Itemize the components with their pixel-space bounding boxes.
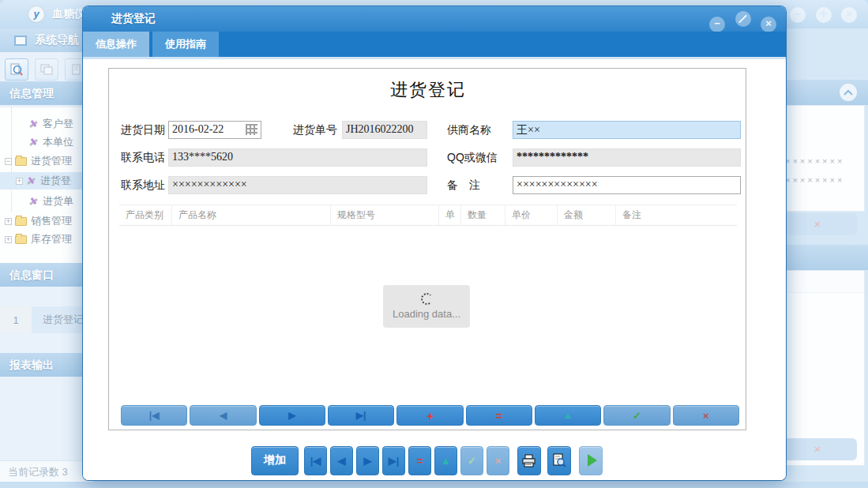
col-product-name[interactable]: 产品名称: [171, 205, 330, 225]
run-button[interactable]: [579, 446, 603, 475]
play-icon: [588, 454, 597, 467]
tab-user-guide[interactable]: 使用指南: [152, 32, 219, 57]
folder-icon: [15, 235, 27, 244]
tree-item-purchase-register[interactable]: + 进货登: [0, 172, 93, 190]
close-panel-button-2[interactable]: ×: [778, 438, 857, 460]
cancel-button[interactable]: ▲: [434, 446, 457, 475]
supplier-input[interactable]: 王××: [513, 121, 741, 139]
order-no-label: 进货单号: [293, 123, 337, 137]
background-right-panel: ×××××××× ×××××××× × ×: [783, 28, 868, 482]
tool-icon: [26, 176, 36, 186]
expand-icon[interactable]: +: [5, 236, 12, 243]
remark-input[interactable]: ×××××××××××××: [513, 176, 741, 194]
add-button[interactable]: 增加: [251, 446, 299, 475]
col-unit-price[interactable]: 单价: [505, 205, 557, 225]
dialog-window-controls: − ×: [703, 11, 776, 32]
col-product-category[interactable]: 产品类别: [119, 205, 171, 225]
section-report-output[interactable]: 报表输出: [0, 353, 93, 377]
search-icon: [9, 62, 24, 77]
calendar-icon[interactable]: [246, 124, 257, 135]
right-panel-header-1: [783, 80, 868, 105]
phone-input: 133****5620: [168, 148, 427, 167]
chevron-up-icon: [844, 89, 853, 96]
tree-item-purchase-mgmt[interactable]: − 进货管理: [0, 152, 93, 170]
maximize-icon[interactable]: ✛: [816, 7, 832, 23]
qq-wechat-label: QQ或微信: [447, 151, 498, 165]
app-logo: y: [28, 6, 44, 22]
section-info-window[interactable]: 信息窗口: [0, 263, 93, 287]
print-preview-icon: [552, 453, 566, 467]
form-title: 进货登记: [109, 78, 747, 102]
restore-icon[interactable]: [735, 11, 751, 27]
window-list-button[interactable]: [35, 58, 58, 81]
col-unit[interactable]: 单: [438, 205, 460, 225]
last-record-button[interactable]: ▶|: [328, 405, 394, 426]
form-panel: 进货登记 进货日期 2016-02-22 进货单号 JH2016022200 供…: [108, 68, 746, 430]
tab-info-operation[interactable]: 信息操作: [83, 32, 149, 57]
tool-icon: [28, 119, 39, 130]
loading-overlay: Loading data...: [383, 285, 470, 328]
tree-item-customer[interactable]: 客户登: [0, 115, 93, 133]
window-list-row[interactable]: 1 进货登记: [0, 306, 93, 333]
right-panel-header-2: [783, 245, 868, 270]
print-button[interactable]: [517, 446, 541, 475]
cancel-edit-button[interactable]: ▲: [535, 405, 601, 426]
system-nav-header[interactable]: 系统导航: [0, 28, 93, 52]
expand-icon[interactable]: +: [5, 218, 12, 225]
loading-spinner-icon: [421, 293, 433, 305]
collapse-panel-button[interactable]: [840, 84, 857, 101]
qq-wechat-input: *************: [513, 148, 741, 167]
tree-item-stock-mgmt[interactable]: + 库存管理: [0, 231, 93, 248]
col-amount[interactable]: 金额: [557, 205, 615, 225]
search-button[interactable]: [5, 58, 28, 81]
confirm-button[interactable]: ✓: [460, 446, 483, 475]
sidebar-toolbar: [0, 55, 93, 84]
tree-item-purchase-order[interactable]: 进货单: [0, 193, 93, 210]
post-record-button[interactable]: ✓: [603, 405, 670, 426]
prev-record-button[interactable]: ◀: [190, 405, 256, 426]
col-quantity[interactable]: 数量: [460, 205, 505, 225]
tree-item-label: 本单位: [43, 135, 73, 149]
insert-record-button[interactable]: +: [396, 405, 463, 426]
col-spec-model[interactable]: 规格型号: [330, 205, 438, 225]
document-icon: [71, 64, 82, 76]
col-remark[interactable]: 备注: [615, 205, 737, 225]
background-window-controls: − ✛ ×: [783, 6, 857, 23]
dialog-title: 进货登记: [111, 12, 156, 26]
edit-record-button[interactable]: =: [466, 405, 532, 426]
minimize-icon[interactable]: −: [790, 7, 806, 23]
print-preview-button[interactable]: [547, 446, 571, 475]
tree-item-own-unit[interactable]: 本单位: [0, 133, 93, 151]
section-info-management[interactable]: 信息管理: [0, 81, 93, 105]
bottom-toolbar: 增加 |◀ ◀ ▶ ▶| = ▲ ✓ ×: [83, 445, 786, 475]
delete-record-button[interactable]: ×: [673, 405, 739, 426]
close-panel-button[interactable]: ×: [778, 213, 857, 235]
prev-button[interactable]: ◀: [330, 446, 353, 475]
right-panel-card-1: ×××××××× ××××××××: [783, 105, 865, 212]
collapse-icon[interactable]: −: [5, 158, 12, 165]
expand-icon[interactable]: +: [16, 178, 23, 185]
system-nav-label: 系统导航: [35, 33, 79, 47]
first-record-button[interactable]: |◀: [121, 405, 187, 426]
address-label: 联系地址: [121, 178, 165, 193]
tree-item-sales-mgmt[interactable]: + 销售管理: [0, 212, 93, 230]
status-bar: 当前记录数 3: [0, 460, 93, 482]
folder-icon: [15, 157, 27, 166]
last-button[interactable]: ▶|: [382, 446, 405, 475]
tool-icon: [28, 137, 39, 148]
next-record-button[interactable]: ▶: [259, 405, 325, 426]
close-icon[interactable]: ×: [761, 17, 776, 32]
delete-button[interactable]: ×: [487, 446, 509, 475]
address-input: ××××××××××××: [168, 176, 427, 194]
tree-item-label: 库存管理: [31, 232, 72, 246]
date-label: 进货日期: [121, 123, 165, 137]
first-button[interactable]: |◀: [304, 446, 327, 475]
edit-button[interactable]: =: [408, 446, 431, 475]
dialog-titlebar[interactable]: [83, 6, 786, 32]
minimize-icon[interactable]: −: [709, 17, 725, 32]
order-no-input: JH2016022200: [342, 121, 427, 139]
close-icon[interactable]: ×: [841, 7, 857, 23]
loading-text: Loading data...: [393, 308, 460, 320]
next-button[interactable]: ▶: [356, 446, 379, 475]
window-icon: [14, 36, 27, 46]
